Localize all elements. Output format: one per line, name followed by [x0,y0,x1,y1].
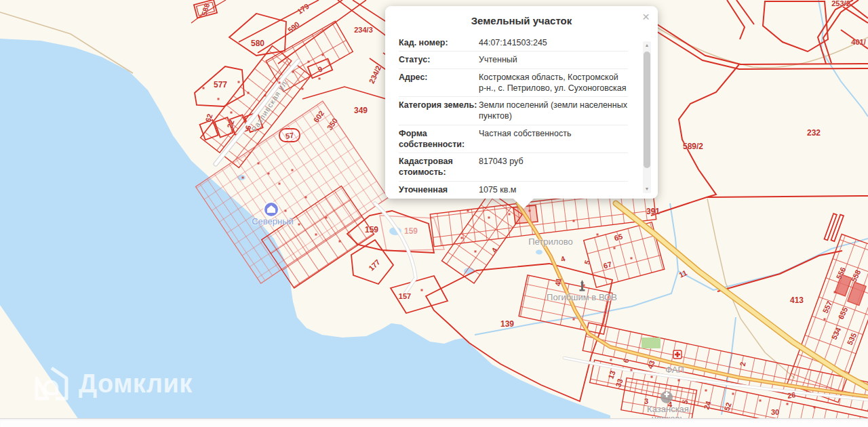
scroll-up-icon[interactable]: ▲ [643,41,651,49]
row-label: Уточненная площадь: [399,184,479,199]
row-value: Учтенный [479,54,628,65]
row-value: 1075 кв.м [479,184,628,199]
popup-row: Уточненная площадь: 1075 кв.м [399,181,628,199]
row-value: Земли поселений (земли населенных пункто… [479,100,628,122]
map-stage[interactable]: 588179590580234/3577234/2934960235062226… [0,0,868,427]
popup-row: Кадастровая стоимость: 817043 руб [399,152,628,181]
parcel-info-popup: × Земельный участок Кад. номер: 44:07:14… [385,6,658,199]
popup-title: Земельный участок [385,15,658,26]
row-label: Кадастровая стоимость: [399,156,479,178]
pond [536,250,542,255]
popup-rows: Кад. номер: 44:07:141503:245 Статус: Учт… [399,35,628,199]
settlement-marker-icon[interactable] [264,202,279,217]
popup-scrollbar[interactable]: ▲ ▼ [643,41,651,193]
popup-row: Кад. номер: 44:07:141503:245 [399,35,628,51]
popup-row: Статус: Учтенный [399,51,628,68]
row-label: Кад. номер: [399,37,479,48]
medical-point-icon [673,350,682,359]
row-value: Костромская область, Костромской р-н., с… [479,72,628,94]
row-value: 44:07:141503:245 [479,37,628,48]
close-icon[interactable]: × [641,9,651,24]
row-value: Частная собственность [479,128,628,150]
lawn [642,338,660,348]
scrollbar-thumb[interactable] [644,52,650,168]
row-value: 817043 руб [479,156,628,178]
scroll-down-icon[interactable]: ▼ [643,185,651,193]
row-label: Категория земель: [399,100,479,122]
row-label: Статус: [399,54,479,65]
row-label: Форма собственности: [399,128,479,150]
bottom-bar [0,418,868,427]
popup-row: Форма собственности: Частная собственнос… [399,125,628,153]
church-icon [660,391,673,403]
popup-row: Категория земель: Земли поселений (земли… [399,96,628,125]
row-label: Адрес: [399,72,479,94]
popup-row: Адрес: Костромская область, Костромской … [399,68,628,97]
